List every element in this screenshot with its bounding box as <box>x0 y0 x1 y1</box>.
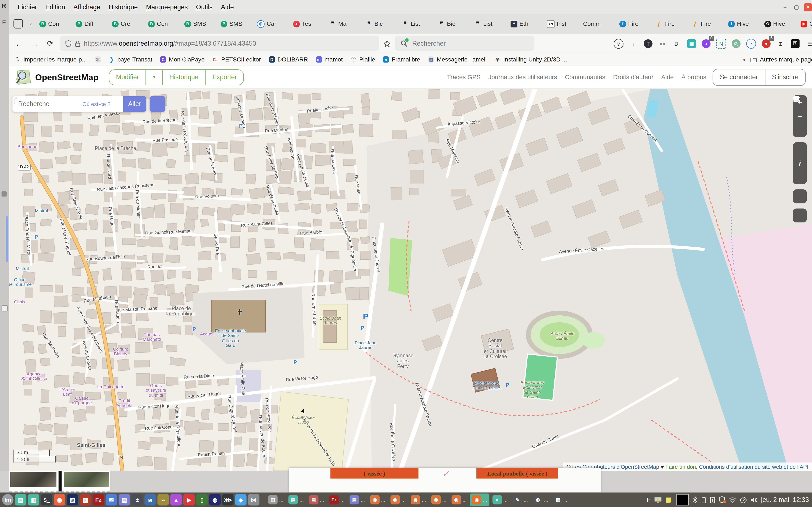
files-1[interactable]: ▤ <box>15 494 27 506</box>
lock-icon[interactable] <box>75 40 80 47</box>
battery-icon[interactable] <box>701 496 706 503</box>
mint-menu[interactable]: lm <box>2 494 13 506</box>
tab-car-6[interactable]: ⊕Car <box>254 16 290 32</box>
export-button[interactable]: Exporter <box>205 69 244 84</box>
red-play[interactable]: ▶ <box>183 494 195 506</box>
win-photo[interactable]: ▨... <box>552 494 571 506</box>
screenshot-tool-icon[interactable] <box>654 496 662 503</box>
tab-hive-19[interactable]: fHive <box>725 16 761 32</box>
osm-link-traces-gps[interactable]: Traces GPS <box>447 73 480 81</box>
reload-orange[interactable]: ◉ <box>54 494 65 506</box>
bookmark-star-icon[interactable] <box>383 40 391 47</box>
reload-button[interactable]: ⟳ <box>45 39 56 48</box>
bookmark-mamot[interactable]: mmamot <box>316 56 343 62</box>
edit-caret-button[interactable]: ▾ <box>146 69 162 84</box>
add-note-button[interactable] <box>793 189 807 203</box>
menu-outils[interactable]: Outils <box>192 2 217 12</box>
firefox-view-icon[interactable] <box>13 19 23 29</box>
donate-link[interactable]: Faire un don <box>665 463 696 469</box>
n-select-icon[interactable]: N <box>716 39 726 48</box>
bookmark-paye-transat[interactable]: ❯paye-Transat <box>109 56 152 62</box>
layers-button[interactable] <box>793 142 807 156</box>
permissions-shield-icon[interactable] <box>65 40 71 47</box>
hamburger-menu-icon[interactable]: ☰ <box>805 39 812 48</box>
osm-link-aide[interactable]: Aide <box>661 73 674 81</box>
tab-inst-14[interactable]: YNInst <box>544 16 580 32</box>
win-firefox-3[interactable]: ◉... <box>409 494 428 506</box>
tab-con-0[interactable]: BCon <box>36 16 72 32</box>
files-2[interactable]: ▥ <box>28 494 39 506</box>
background-scroll-thumb[interactable] <box>6 216 8 262</box>
document[interactable]: ▤ <box>119 494 130 506</box>
floppy-icon[interactable]: ▣ <box>687 39 696 48</box>
forward-button[interactable]: → <box>29 39 40 48</box>
image-dark[interactable]: ▨ <box>67 494 78 506</box>
minimize-button[interactable]: – <box>781 3 789 11</box>
tab-cré-2[interactable]: BCré <box>109 16 145 32</box>
tab-ma-8[interactable]: ❞Ma <box>326 16 362 32</box>
bookmark-messagerie-ameli[interactable]: ▨Messagerie | ameli <box>428 56 487 62</box>
win-firefox-2[interactable]: ◉... <box>389 494 408 506</box>
share-button[interactable] <box>793 170 807 184</box>
tab-tes-7[interactable]: ●Tes <box>290 16 326 32</box>
bookmark-dolibarr[interactable]: DDOLIBARR <box>269 56 308 62</box>
tab-sms-4[interactable]: BSMS <box>181 16 217 32</box>
terms-link[interactable]: Conditions d’utilisation du site web et … <box>699 463 808 469</box>
menu-dition[interactable]: Édition <box>41 2 69 12</box>
waterdrop[interactable]: ◆ <box>235 494 247 506</box>
tab-bic-11[interactable]: ❞Bic <box>435 16 471 32</box>
menu-fichier[interactable]: Fichier <box>13 2 41 12</box>
d-dot-icon[interactable]: D. <box>673 39 681 48</box>
win-folder-red[interactable]: ▤... <box>307 494 326 506</box>
tab-diff-1[interactable]: BDiff <box>72 16 109 32</box>
optimizer-swirl-icon[interactable] <box>740 496 747 503</box>
camera[interactable]: ◙ <box>144 494 156 506</box>
map-search-field[interactable]: Où est-ce ? <box>12 96 123 112</box>
search-input[interactable] <box>411 39 501 48</box>
tab-fire-17[interactable]: ƒFire <box>653 16 689 32</box>
filezilla[interactable]: Fz <box>93 494 104 506</box>
puzzle-icon[interactable]: ⊞ <box>776 39 785 48</box>
osm-link-journaux-des-utilisateurs[interactable]: Journaux des utilisateurs <box>488 73 557 81</box>
edit-button[interactable]: Modifier <box>109 69 146 84</box>
dark-t-icon[interactable]: T <box>644 39 653 48</box>
green-target-icon[interactable]: ◎ <box>732 39 741 48</box>
rainbow-up[interactable]: ▲ <box>170 494 182 506</box>
win-firefox-active[interactable]: ◉... <box>470 494 489 506</box>
tab-list-10[interactable]: ❞List <box>399 16 435 32</box>
plug[interactable]: ⌁ <box>157 494 169 506</box>
mail[interactable]: ✉ <box>106 494 117 506</box>
back-button[interactable]: ← <box>13 39 25 48</box>
qr-red[interactable]: ▦ <box>80 494 91 506</box>
window-preview-thumbnail[interactable] <box>676 494 689 506</box>
win-document[interactable]: ▤... <box>348 494 367 506</box>
go-button[interactable]: Aller <box>123 96 146 112</box>
shutter[interactable]: ⋙ <box>222 494 234 506</box>
scroll-tabs-left-button[interactable]: ‹ <box>26 20 36 27</box>
tab-gille-21[interactable]: ▶Gille <box>798 16 812 32</box>
dark-orb[interactable]: ◍ <box>209 494 220 506</box>
where-is-this-link[interactable]: Où est-ce ? <box>82 101 110 107</box>
signup-button[interactable]: S’inscrire <box>765 69 805 85</box>
wifi-icon[interactable] <box>728 497 736 503</box>
win-firefox-5[interactable]: ◉... <box>450 494 469 506</box>
close-button[interactable]: ✕ <box>804 3 812 11</box>
map-info-button[interactable]: i <box>793 156 807 170</box>
bookmarks-overflow-chevron[interactable]: » <box>742 56 745 62</box>
bookmark-importer-les-marque-p-[interactable]: ⤵Importer les marque-p... <box>14 56 87 62</box>
zoom-out-button[interactable]: − <box>793 109 807 123</box>
osm-link-droits-d-auteur[interactable]: Droits d’auteur <box>613 73 653 81</box>
taskbar-clock[interactable]: jeu. 2 mai, 12:33 <box>761 496 809 503</box>
red-shield-icon[interactable]: ▼6 <box>762 39 770 48</box>
win-filezilla[interactable]: Fz... <box>327 494 347 506</box>
map-canvas[interactable]: Rue des AcaciasRue de la BrècheRue Paste… <box>9 89 812 471</box>
tab-list-12[interactable]: ❞List <box>471 16 507 32</box>
directions-button[interactable] <box>150 96 165 112</box>
bookmark-mon-clapaye[interactable]: CMon ClaPaye <box>160 56 205 62</box>
xxx-gray[interactable]: ⋈ <box>248 494 259 506</box>
login-button[interactable]: Se connecter <box>713 69 765 85</box>
menu-affichage[interactable]: Affichage <box>69 2 104 12</box>
win-folder-search[interactable]: ⌕... <box>490 494 510 506</box>
win-firefox-4[interactable]: ◉... <box>429 494 449 506</box>
bluetooth-icon[interactable] <box>692 496 697 503</box>
